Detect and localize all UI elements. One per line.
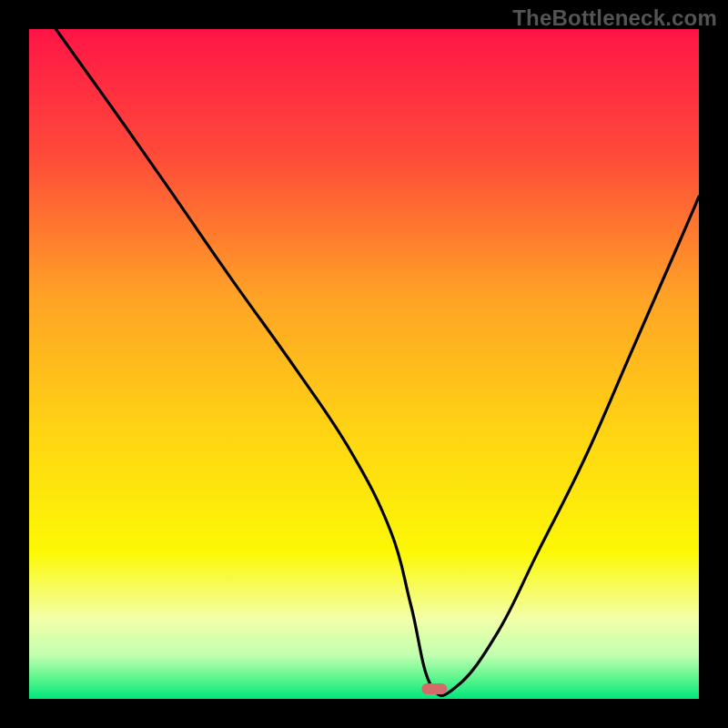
bottleneck-chart: TheBottleneck.com [0, 0, 728, 728]
watermark-text: TheBottleneck.com [512, 5, 717, 31]
optimal-marker [421, 683, 447, 694]
chart-svg [0, 0, 728, 728]
plot-area [29, 29, 699, 699]
